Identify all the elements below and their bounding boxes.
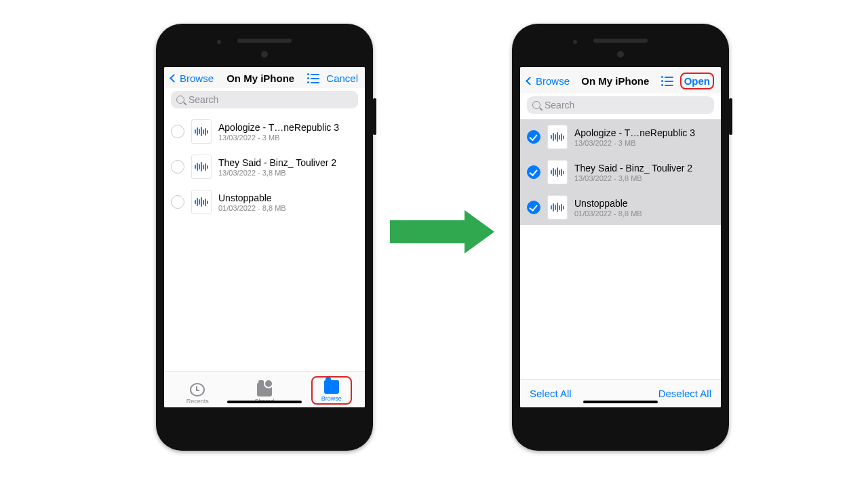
screen-left: Browse On My iPhone Cancel Search Apolog…: [164, 67, 365, 407]
audio-file-icon: [547, 160, 568, 184]
back-label: Browse: [536, 75, 570, 87]
sensor-dot: [573, 40, 577, 44]
file-name: Apologize - T…neRepublic 3: [218, 122, 339, 133]
search-placeholder: Search: [545, 100, 574, 110]
audio-file-icon: [191, 190, 212, 214]
page-title: On My iPhone: [581, 75, 649, 87]
tab-label: Browse: [321, 395, 342, 402]
back-button[interactable]: Browse: [527, 75, 570, 87]
file-name: They Said - Binz_ Touliver 2: [218, 157, 336, 168]
tab-recents[interactable]: Recents: [177, 382, 218, 405]
checkbox-unchecked[interactable]: [171, 125, 184, 138]
search-icon: [532, 101, 540, 109]
page-title: On My iPhone: [226, 73, 294, 84]
search-icon: [176, 96, 184, 104]
file-row[interactable]: They Said - Binz_ Touliver 2 13/03/2022 …: [164, 149, 365, 184]
file-name: Apologize - T…neRepublic 3: [574, 127, 695, 138]
checkbox-checked[interactable]: [527, 165, 540, 179]
audio-file-icon: [191, 155, 212, 179]
empty-area: [520, 225, 721, 379]
power-button: [373, 98, 376, 135]
camera-dot: [617, 51, 624, 58]
cancel-button[interactable]: Cancel: [326, 73, 358, 84]
checkbox-unchecked[interactable]: [171, 195, 184, 209]
speaker: [237, 39, 292, 43]
file-row[interactable]: Apologize - T…neRepublic 3 13/03/2022 - …: [520, 119, 721, 155]
search-placeholder: Search: [189, 94, 218, 105]
screen-right: Browse On My iPhone Open Search Apologiz…: [520, 67, 721, 407]
home-indicator[interactable]: [227, 401, 302, 403]
file-list: Apologize - T…neRepublic 3 13/03/2022 - …: [164, 114, 365, 371]
audio-file-icon: [191, 119, 212, 144]
navbar: Browse On My iPhone Open: [520, 67, 721, 94]
camera-dot: [261, 51, 268, 58]
file-row[interactable]: Unstoppable 01/03/2022 - 8,8 MB: [164, 184, 365, 220]
audio-file-icon: [547, 125, 568, 149]
audio-file-icon: [547, 195, 568, 220]
back-button[interactable]: Browse: [171, 73, 214, 84]
deselect-all-button[interactable]: Deselect All: [658, 388, 711, 399]
search-input[interactable]: Search: [171, 91, 358, 108]
file-meta: 01/03/2022 - 8,8 MB: [574, 209, 642, 218]
file-row[interactable]: They Said - Binz_ Touliver 2 13/03/2022 …: [520, 155, 721, 190]
tab-label: Recents: [186, 398, 209, 405]
select-all-button[interactable]: Select All: [530, 388, 572, 399]
checkbox-checked[interactable]: [527, 201, 540, 214]
tab-browse[interactable]: Browse: [311, 376, 352, 405]
arrow-right-icon: [390, 210, 494, 253]
file-name: Unstoppable: [574, 198, 642, 209]
list-view-icon[interactable]: [661, 77, 673, 86]
home-indicator[interactable]: [583, 401, 658, 403]
navbar: Browse On My iPhone Cancel: [164, 67, 365, 88]
phone-mockup-left: Browse On My iPhone Cancel Search Apolog…: [156, 24, 373, 451]
file-meta: 13/03/2022 - 3,8 MB: [574, 174, 692, 182]
speaker: [593, 39, 648, 43]
sensor-dot: [217, 40, 221, 44]
file-row[interactable]: Apologize - T…neRepublic 3 13/03/2022 - …: [164, 114, 365, 149]
back-label: Browse: [180, 73, 214, 84]
file-meta: 13/03/2022 - 3 MB: [218, 134, 339, 142]
chevron-left-icon: [526, 77, 534, 85]
chevron-left-icon: [170, 74, 178, 83]
clock-icon: [190, 383, 205, 396]
file-meta: 13/03/2022 - 3,8 MB: [218, 169, 336, 177]
open-button[interactable]: Open: [680, 73, 714, 89]
file-meta: 01/03/2022 - 8,8 MB: [218, 204, 286, 212]
file-name: They Said - Binz_ Touliver 2: [574, 163, 692, 174]
folder-icon: [324, 380, 339, 394]
search-input[interactable]: Search: [527, 96, 714, 114]
file-meta: 13/03/2022 - 3 MB: [574, 139, 695, 147]
list-view-icon[interactable]: [307, 74, 319, 83]
checkbox-checked[interactable]: [527, 130, 540, 144]
shared-folder-icon: [257, 383, 272, 396]
power-button: [729, 98, 732, 135]
file-name: Unstoppable: [218, 192, 286, 203]
file-row[interactable]: Unstoppable 01/03/2022 - 8,8 MB: [520, 190, 721, 225]
phone-mockup-right: Browse On My iPhone Open Search Apologiz…: [512, 24, 729, 451]
file-list: Apologize - T…neRepublic 3 13/03/2022 - …: [520, 119, 721, 225]
checkbox-unchecked[interactable]: [171, 160, 184, 174]
